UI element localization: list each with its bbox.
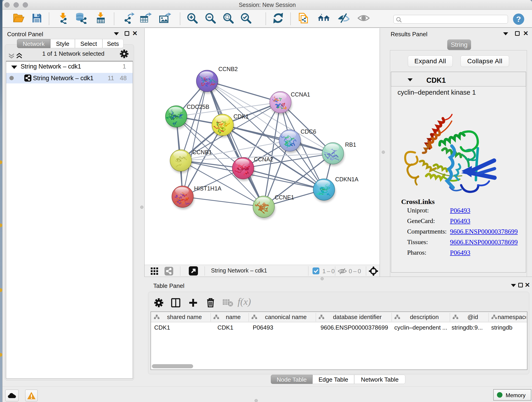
svg-text:CCNE1: CCNE1 bbox=[275, 194, 294, 201]
svg-text:CDC25B: CDC25B bbox=[187, 104, 209, 110]
svg-text:CDC6: CDC6 bbox=[301, 128, 316, 135]
svg-text:CCNA1: CCNA1 bbox=[291, 91, 310, 98]
svg-text:CDKN1A: CDKN1A bbox=[335, 176, 359, 182]
svg-text:CDK1: CDK1 bbox=[234, 113, 249, 120]
svg-text:CCNB1: CCNB1 bbox=[192, 149, 212, 155]
svg-text:RB1: RB1 bbox=[345, 141, 356, 148]
svg-text:HIST1H1A: HIST1H1A bbox=[194, 185, 222, 191]
svg-text:CCNB2: CCNB2 bbox=[218, 66, 238, 72]
svg-text:CCNA2: CCNA2 bbox=[254, 156, 273, 162]
